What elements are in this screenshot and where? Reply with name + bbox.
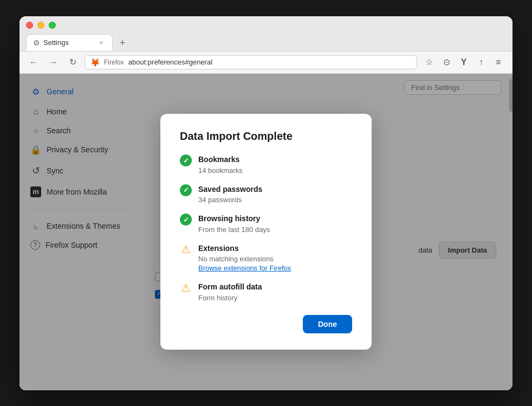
nav-actions: ☆ ⊙ Y ↑ ≡ — [421, 55, 506, 70]
bookmark-button[interactable]: ☆ — [421, 55, 437, 70]
settings-tab[interactable]: ⚙ Settings × — [26, 34, 113, 51]
maximize-button[interactable] — [49, 22, 56, 29]
import-content-history: Browsing history From the last 180 days — [198, 214, 270, 234]
traffic-lights — [26, 22, 506, 29]
pocket-button[interactable]: ⊙ — [439, 55, 454, 70]
address-url: about:preferences#general — [128, 58, 212, 66]
nav-bar: ← → ↻ 🦊 Firefox about:preferences#genera… — [20, 51, 512, 74]
import-desc-extensions: No matching extensions — [198, 255, 291, 263]
title-bar: ⚙ Settings × + — [20, 16, 512, 51]
minimize-button[interactable] — [37, 22, 44, 29]
import-item-passwords: Saved passwords 34 passwords — [180, 184, 352, 204]
import-item-autofill: ⚠ Form autofill data Form history — [180, 282, 352, 302]
import-title-passwords: Saved passwords — [198, 184, 262, 195]
warning-icon-extensions: ⚠ — [180, 243, 192, 255]
import-title-autofill: Form autofill data — [198, 282, 262, 293]
import-content-passwords: Saved passwords 34 passwords — [198, 184, 262, 204]
browser-window: ⚙ Settings × + ← → ↻ 🦊 Firefox about:pre… — [20, 16, 512, 390]
tab-settings-icon: ⚙ — [33, 38, 40, 47]
tab-close-button[interactable]: × — [97, 38, 106, 47]
back-button[interactable]: ← — [26, 55, 41, 70]
forward-button[interactable]: → — [46, 55, 61, 70]
browser-content: ⚙ General ⌂ Home ○ Search 🔒 Privacy & Se… — [20, 74, 512, 390]
extensions-button[interactable]: ↑ — [473, 55, 489, 70]
address-site: Firefox — [104, 59, 124, 66]
modal-overlay: Data Import Complete Bookmarks 14 bookma… — [20, 74, 512, 390]
data-import-modal: Data Import Complete Bookmarks 14 bookma… — [160, 114, 372, 350]
import-content-bookmarks: Bookmarks 14 bookmarks — [198, 154, 243, 175]
extensions-link[interactable]: Browse extensions for Firefox — [198, 264, 291, 272]
modal-title: Data Import Complete — [180, 130, 352, 143]
import-content-extensions: Extensions No matching extensions Browse… — [198, 243, 291, 273]
import-content-autofill: Form autofill data Form history — [198, 282, 262, 302]
import-item-history: Browsing history From the last 180 days — [180, 214, 352, 234]
import-desc-autofill: Form history — [198, 294, 262, 302]
done-button[interactable]: Done — [303, 315, 352, 333]
new-tab-button[interactable]: + — [115, 36, 130, 51]
reload-button[interactable]: ↻ — [65, 55, 80, 70]
import-desc-bookmarks: 14 bookmarks — [198, 166, 243, 175]
success-icon-passwords — [180, 184, 192, 196]
import-item-bookmarks: Bookmarks 14 bookmarks — [180, 154, 352, 175]
import-title-bookmarks: Bookmarks — [198, 154, 243, 165]
tab-label: Settings — [43, 38, 69, 47]
import-item-extensions: ⚠ Extensions No matching extensions Brow… — [180, 243, 352, 273]
menu-button[interactable]: ≡ — [491, 55, 506, 70]
import-title-extensions: Extensions — [198, 243, 291, 254]
close-button[interactable] — [26, 22, 33, 29]
modal-footer: Done — [180, 315, 352, 333]
import-desc-history: From the last 180 days — [198, 225, 270, 234]
address-favicon: 🦊 — [90, 58, 100, 67]
profile-button[interactable]: Y — [456, 55, 471, 70]
import-desc-passwords: 34 passwords — [198, 196, 262, 204]
success-icon-bookmarks — [180, 154, 192, 166]
address-bar[interactable]: 🦊 Firefox about:preferences#general — [85, 55, 417, 69]
tabs-bar: ⚙ Settings × + — [26, 34, 506, 51]
import-title-history: Browsing history — [198, 214, 270, 224]
warning-icon-autofill: ⚠ — [180, 282, 192, 294]
success-icon-history — [180, 214, 192, 225]
